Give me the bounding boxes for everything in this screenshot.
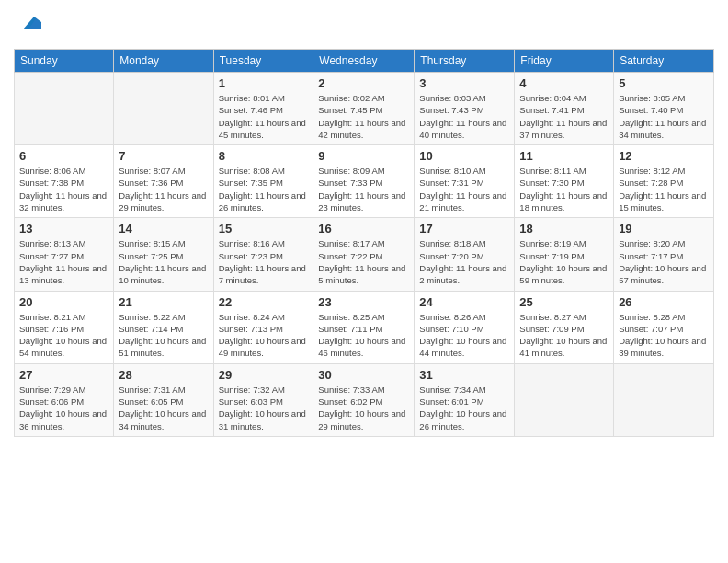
weekday-header-sunday: Sunday — [15, 50, 114, 73]
day-cell: 12Sunrise: 8:12 AM Sunset: 7:28 PM Dayli… — [614, 145, 714, 218]
week-row-3: 13Sunrise: 8:13 AM Sunset: 7:27 PM Dayli… — [15, 218, 714, 291]
day-number: 26 — [619, 295, 709, 309]
weekday-header-friday: Friday — [515, 50, 614, 73]
day-cell: 21Sunrise: 8:22 AM Sunset: 7:14 PM Dayli… — [114, 291, 213, 363]
day-cell: 2Sunrise: 8:02 AM Sunset: 7:45 PM Daylig… — [313, 73, 415, 145]
day-cell — [114, 73, 213, 145]
day-cell: 3Sunrise: 8:03 AM Sunset: 7:43 PM Daylig… — [415, 73, 515, 145]
day-cell: 26Sunrise: 8:28 AM Sunset: 7:07 PM Dayli… — [614, 291, 714, 363]
day-number: 18 — [519, 222, 609, 236]
day-number: 6 — [19, 149, 108, 163]
day-number: 3 — [419, 76, 509, 90]
week-row-2: 6Sunrise: 8:06 AM Sunset: 7:38 PM Daylig… — [15, 145, 714, 218]
day-info: Sunrise: 8:16 AM Sunset: 7:23 PM Dayligh… — [219, 237, 309, 286]
day-cell: 19Sunrise: 8:20 AM Sunset: 7:17 PM Dayli… — [614, 218, 714, 291]
day-number: 2 — [318, 76, 409, 90]
day-info: Sunrise: 8:17 AM Sunset: 7:22 PM Dayligh… — [318, 237, 409, 286]
logo-block — [14, 9, 41, 40]
week-row-5: 27Sunrise: 7:29 AM Sunset: 6:06 PM Dayli… — [15, 363, 714, 436]
day-number: 4 — [519, 76, 609, 90]
day-cell — [15, 73, 114, 145]
day-number: 19 — [619, 222, 709, 236]
day-number: 17 — [419, 222, 509, 236]
day-cell: 7Sunrise: 8:07 AM Sunset: 7:36 PM Daylig… — [114, 145, 213, 218]
day-info: Sunrise: 8:02 AM Sunset: 7:45 PM Dayligh… — [318, 92, 409, 141]
day-number: 21 — [119, 295, 208, 309]
day-cell: 5Sunrise: 8:05 AM Sunset: 7:40 PM Daylig… — [614, 73, 714, 145]
day-number: 13 — [19, 222, 108, 236]
day-cell: 24Sunrise: 8:26 AM Sunset: 7:10 PM Dayli… — [415, 291, 515, 363]
main-container: SundayMondayTuesdayWednesdayThursdayFrid… — [0, 0, 728, 446]
day-number: 16 — [318, 222, 409, 236]
day-cell: 17Sunrise: 8:18 AM Sunset: 7:20 PM Dayli… — [415, 218, 515, 291]
day-number: 23 — [318, 295, 409, 309]
day-info: Sunrise: 7:29 AM Sunset: 6:06 PM Dayligh… — [19, 384, 108, 432]
day-number: 12 — [619, 149, 709, 163]
day-info: Sunrise: 8:12 AM Sunset: 7:28 PM Dayligh… — [619, 165, 709, 213]
day-info: Sunrise: 8:19 AM Sunset: 7:19 PM Dayligh… — [519, 237, 609, 286]
day-info: Sunrise: 8:20 AM Sunset: 7:17 PM Dayligh… — [619, 237, 709, 286]
day-cell: 8Sunrise: 8:08 AM Sunset: 7:35 PM Daylig… — [213, 145, 313, 218]
day-info: Sunrise: 8:11 AM Sunset: 7:30 PM Dayligh… — [519, 165, 609, 213]
weekday-header-wednesday: Wednesday — [313, 50, 415, 73]
day-info: Sunrise: 8:03 AM Sunset: 7:43 PM Dayligh… — [419, 92, 509, 141]
day-info: Sunrise: 8:27 AM Sunset: 7:09 PM Dayligh… — [519, 311, 609, 360]
logo — [14, 9, 41, 40]
weekday-header-monday: Monday — [114, 50, 213, 73]
day-cell: 23Sunrise: 8:25 AM Sunset: 7:11 PM Dayli… — [313, 291, 415, 363]
day-cell: 25Sunrise: 8:27 AM Sunset: 7:09 PM Dayli… — [515, 291, 614, 363]
day-number: 20 — [19, 295, 108, 309]
week-row-4: 20Sunrise: 8:21 AM Sunset: 7:16 PM Dayli… — [15, 291, 714, 363]
day-info: Sunrise: 8:01 AM Sunset: 7:46 PM Dayligh… — [219, 92, 309, 141]
day-number: 10 — [419, 149, 509, 163]
day-info: Sunrise: 8:06 AM Sunset: 7:38 PM Dayligh… — [19, 165, 108, 213]
day-cell: 1Sunrise: 8:01 AM Sunset: 7:46 PM Daylig… — [213, 73, 313, 145]
day-info: Sunrise: 7:32 AM Sunset: 6:03 PM Dayligh… — [219, 384, 309, 432]
logo-icon — [16, 9, 41, 35]
day-cell: 18Sunrise: 8:19 AM Sunset: 7:19 PM Dayli… — [515, 218, 614, 291]
day-number: 5 — [619, 76, 709, 90]
day-cell: 29Sunrise: 7:32 AM Sunset: 6:03 PM Dayli… — [213, 363, 313, 436]
day-cell: 11Sunrise: 8:11 AM Sunset: 7:30 PM Dayli… — [515, 145, 614, 218]
day-number: 14 — [119, 222, 208, 236]
day-number: 11 — [519, 149, 609, 163]
day-info: Sunrise: 8:28 AM Sunset: 7:07 PM Dayligh… — [619, 311, 709, 360]
day-number: 1 — [219, 76, 309, 90]
day-cell: 31Sunrise: 7:34 AM Sunset: 6:01 PM Dayli… — [415, 363, 515, 436]
day-cell: 28Sunrise: 7:31 AM Sunset: 6:05 PM Dayli… — [114, 363, 213, 436]
day-cell: 16Sunrise: 8:17 AM Sunset: 7:22 PM Dayli… — [313, 218, 415, 291]
day-number: 15 — [219, 222, 309, 236]
day-cell: 22Sunrise: 8:24 AM Sunset: 7:13 PM Dayli… — [213, 291, 313, 363]
weekday-header-row: SundayMondayTuesdayWednesdayThursdayFrid… — [15, 50, 714, 73]
day-cell: 4Sunrise: 8:04 AM Sunset: 7:41 PM Daylig… — [515, 73, 614, 145]
weekday-header-thursday: Thursday — [415, 50, 515, 73]
day-info: Sunrise: 8:22 AM Sunset: 7:14 PM Dayligh… — [119, 311, 208, 360]
day-info: Sunrise: 8:24 AM Sunset: 7:13 PM Dayligh… — [219, 311, 309, 360]
day-cell — [614, 363, 714, 436]
day-number: 25 — [519, 295, 609, 309]
day-info: Sunrise: 7:34 AM Sunset: 6:01 PM Dayligh… — [419, 384, 509, 432]
day-info: Sunrise: 8:07 AM Sunset: 7:36 PM Dayligh… — [119, 165, 208, 213]
day-number: 29 — [219, 368, 309, 382]
day-number: 8 — [219, 149, 309, 163]
day-info: Sunrise: 8:09 AM Sunset: 7:33 PM Dayligh… — [318, 165, 409, 213]
calendar-table: SundayMondayTuesdayWednesdayThursdayFrid… — [14, 49, 714, 437]
day-cell: 9Sunrise: 8:09 AM Sunset: 7:33 PM Daylig… — [313, 145, 415, 218]
weekday-header-saturday: Saturday — [614, 50, 714, 73]
day-info: Sunrise: 8:18 AM Sunset: 7:20 PM Dayligh… — [419, 237, 509, 286]
day-number: 9 — [318, 149, 409, 163]
day-info: Sunrise: 8:08 AM Sunset: 7:35 PM Dayligh… — [219, 165, 309, 213]
day-number: 24 — [419, 295, 509, 309]
day-number: 27 — [19, 368, 108, 382]
day-cell: 30Sunrise: 7:33 AM Sunset: 6:02 PM Dayli… — [313, 363, 415, 436]
day-info: Sunrise: 8:25 AM Sunset: 7:11 PM Dayligh… — [318, 311, 409, 360]
day-number: 22 — [219, 295, 309, 309]
day-cell: 10Sunrise: 8:10 AM Sunset: 7:31 PM Dayli… — [415, 145, 515, 218]
day-info: Sunrise: 8:26 AM Sunset: 7:10 PM Dayligh… — [419, 311, 509, 360]
day-number: 28 — [119, 368, 208, 382]
day-cell — [515, 363, 614, 436]
day-info: Sunrise: 7:33 AM Sunset: 6:02 PM Dayligh… — [318, 384, 409, 432]
weekday-header-tuesday: Tuesday — [213, 50, 313, 73]
day-info: Sunrise: 8:13 AM Sunset: 7:27 PM Dayligh… — [19, 237, 108, 286]
day-info: Sunrise: 8:21 AM Sunset: 7:16 PM Dayligh… — [19, 311, 108, 360]
